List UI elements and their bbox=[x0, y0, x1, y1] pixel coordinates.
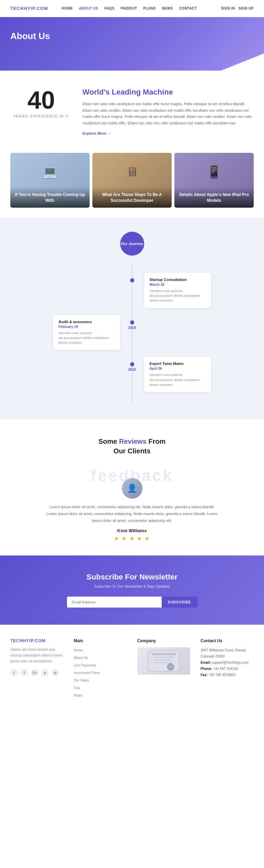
audit-title: Audit & assurance bbox=[59, 320, 115, 324]
card-1-icon: 💻 bbox=[10, 153, 90, 191]
footer-link-home[interactable]: Home bbox=[74, 648, 83, 652]
social-twitter[interactable]: t bbox=[10, 669, 18, 676]
footer-address: 3407 Wilkinson Court, Denver Colorado 33… bbox=[200, 647, 254, 660]
expert-text: Interdum iusto pulvinar elit.accusantium… bbox=[150, 372, 206, 387]
timeline-card-startup: Startup Consultation March 26 Interdum i… bbox=[144, 273, 211, 308]
footer-main-links: Home About Us Live Payments Investment P… bbox=[74, 647, 127, 698]
journey-circle-label: Our Journey bbox=[121, 241, 143, 246]
svg-rect-4 bbox=[153, 662, 172, 663]
footer-link-faq[interactable]: Faq bbox=[74, 686, 80, 690]
t-right-3: Expert Team Mates April 06 Interdum iust… bbox=[136, 357, 211, 392]
t-mid-3: 2018 bbox=[129, 357, 136, 371]
journey-center: Our Journey bbox=[10, 232, 254, 256]
footer-contact-col: Contact Us 3407 Wilkinson Court, Denver … bbox=[200, 638, 254, 700]
card-3[interactable]: 📱 Details About Apple's New IPad Pro Mod… bbox=[174, 153, 254, 208]
t-right-1: Startup Consultation March 26 Interdum i… bbox=[136, 273, 211, 308]
newsletter-title: Subscribe For Newsletter bbox=[10, 573, 254, 582]
star-1: ★ bbox=[114, 536, 119, 541]
explore-link[interactable]: Explore More bbox=[82, 131, 111, 135]
footer-link-invest[interactable]: Investment Plans bbox=[74, 671, 100, 675]
review-text: Lorem ipsum dolor sit amet, consectetur … bbox=[46, 504, 218, 524]
social-googleplus[interactable]: G+ bbox=[31, 669, 38, 676]
footer-link-about[interactable]: About Us bbox=[74, 656, 88, 660]
startup-text: Interdum iusto pulvinar elit.accusantium… bbox=[150, 289, 206, 303]
footer-brand-col: TECHHYIP.COM Ulenim ad minim veniam quis… bbox=[10, 638, 64, 700]
t-dot-2 bbox=[130, 320, 134, 325]
newsletter-form: SUBSCRIBE bbox=[67, 597, 197, 608]
world-title-accent: Leading Machine bbox=[112, 88, 173, 96]
t-dot-1 bbox=[130, 278, 134, 282]
nav-about[interactable]: ABOUT US bbox=[79, 7, 98, 10]
brand-logo[interactable]: TECHHYIP.COM bbox=[10, 6, 48, 11]
footer-email: Email: support@Techhiyip.com bbox=[200, 660, 254, 666]
social-linkedin[interactable]: in bbox=[51, 669, 59, 676]
footer-social: t f G+ p in bbox=[10, 669, 64, 676]
nav-links: HOME ABOUT US FAQS PAIDOUT PLANS NEWS CO… bbox=[62, 7, 221, 10]
nav-paidout[interactable]: PAIDOUT bbox=[120, 7, 137, 10]
timeline-row-2: Audit & assurance February 19 Interdum i… bbox=[10, 315, 254, 350]
timeline-row-3: 2018 Expert Team Mates April 06 Interdum… bbox=[10, 357, 254, 392]
world-title-plain: World's bbox=[82, 88, 112, 96]
footer-certificate bbox=[137, 647, 191, 675]
journey-section: Our Journey Startup Consultation March 2… bbox=[0, 218, 264, 419]
hero-section: About Us bbox=[0, 17, 264, 71]
world-number: 40 bbox=[10, 88, 72, 112]
card-3-icon: 📱 bbox=[174, 153, 254, 191]
card-1-title: If You're Having Trouble Coming Up With bbox=[14, 192, 85, 204]
audit-date: February 19 bbox=[59, 325, 115, 329]
t-mid-1 bbox=[129, 273, 136, 282]
world-left: 40 YEARS' EXPERIENCE IN IT bbox=[10, 88, 72, 118]
nav-plans[interactable]: PLANS bbox=[143, 7, 156, 10]
card-2-overlay: What Are Those Steps To Be A Successful … bbox=[92, 187, 172, 208]
cert-svg bbox=[147, 649, 181, 673]
t-mid-2: 2019 bbox=[129, 315, 136, 330]
world-section: 40 YEARS' EXPERIENCE IN IT World's Leadi… bbox=[0, 71, 264, 146]
expert-title: Expert Team Mates bbox=[150, 362, 206, 366]
timeline-row-1: Startup Consultation March 26 Interdum i… bbox=[10, 273, 254, 308]
card-3-title: Details About Apple's New IPad Pro Model… bbox=[179, 192, 250, 204]
card-3-overlay: Details About Apple's New IPad Pro Model… bbox=[174, 187, 254, 208]
startup-date: March 26 bbox=[150, 283, 206, 286]
social-pinterest[interactable]: p bbox=[41, 669, 49, 676]
reviews-accent: Reviews bbox=[119, 438, 147, 445]
navbar: TECHHYIP.COM HOME ABOUT US FAQS PAIDOUT … bbox=[0, 0, 264, 17]
newsletter-subscribe-button[interactable]: SUBSCRIBE bbox=[162, 597, 197, 608]
footer-main-title: Main bbox=[74, 638, 127, 643]
audit-text: Interdum iusto pulvinar elit.accusantium… bbox=[59, 331, 115, 345]
newsletter-email-input[interactable] bbox=[67, 597, 162, 608]
nav-faqs[interactable]: FAQS bbox=[104, 7, 114, 10]
nav-signup[interactable]: SIGN UP bbox=[238, 7, 254, 10]
nav-signin[interactable]: SIGN IN bbox=[221, 7, 235, 10]
footer-link-payments[interactable]: Live Payments bbox=[74, 663, 96, 667]
footer-link-news[interactable]: Our News bbox=[74, 678, 89, 682]
footer-main-col: Main Home About Us Live Payments Investm… bbox=[74, 638, 127, 700]
nav-home[interactable]: HOME bbox=[62, 7, 73, 10]
svg-rect-2 bbox=[153, 657, 174, 658]
timeline-container: Startup Consultation March 26 Interdum i… bbox=[10, 266, 254, 402]
world-text: Etiam nec odio odio vestibulum est matti… bbox=[82, 101, 254, 126]
world-title: World's Leading Machine bbox=[82, 88, 254, 97]
star-2: ★ bbox=[122, 536, 127, 541]
social-facebook[interactable]: f bbox=[21, 669, 28, 676]
stars-rating: ★ ★ ★ ★ ★ bbox=[10, 535, 254, 542]
footer-company-col: Company bbox=[137, 638, 191, 700]
footer-link-rules[interactable]: Rules bbox=[74, 694, 83, 697]
footer-fax: Fax: +95 785 4578964 bbox=[200, 672, 254, 678]
startup-title: Startup Consultation bbox=[150, 278, 206, 282]
reviews-title: Some Reviews FromOur Clients bbox=[10, 437, 254, 456]
year-2018: 2018 bbox=[128, 368, 136, 371]
nav-contact[interactable]: CONTACT bbox=[179, 7, 197, 10]
reviewer-name: Knot Williams bbox=[10, 528, 254, 533]
star-4: ★ bbox=[137, 536, 142, 541]
journey-circle: Our Journey bbox=[120, 232, 144, 256]
footer-contact-title: Contact Us bbox=[200, 638, 254, 643]
footer: TECHHYIP.COM Ulenim ad minim veniam quis… bbox=[0, 625, 264, 707]
nav-news[interactable]: NEWS bbox=[162, 7, 173, 10]
timeline-card-expert: Expert Team Mates April 06 Interdum iust… bbox=[144, 357, 211, 392]
reviewer-avatar: 👤 bbox=[122, 478, 142, 499]
card-2[interactable]: 🖥 What Are Those Steps To Be A Successfu… bbox=[92, 153, 172, 208]
world-right: World's Leading Machine Etiam nec odio o… bbox=[82, 88, 254, 136]
year-2019: 2019 bbox=[128, 326, 136, 330]
reviews-section: Some Reviews FromOur Clients feedback 👤 … bbox=[0, 419, 264, 555]
card-1[interactable]: 💻 If You're Having Trouble Coming Up Wit… bbox=[10, 153, 90, 208]
